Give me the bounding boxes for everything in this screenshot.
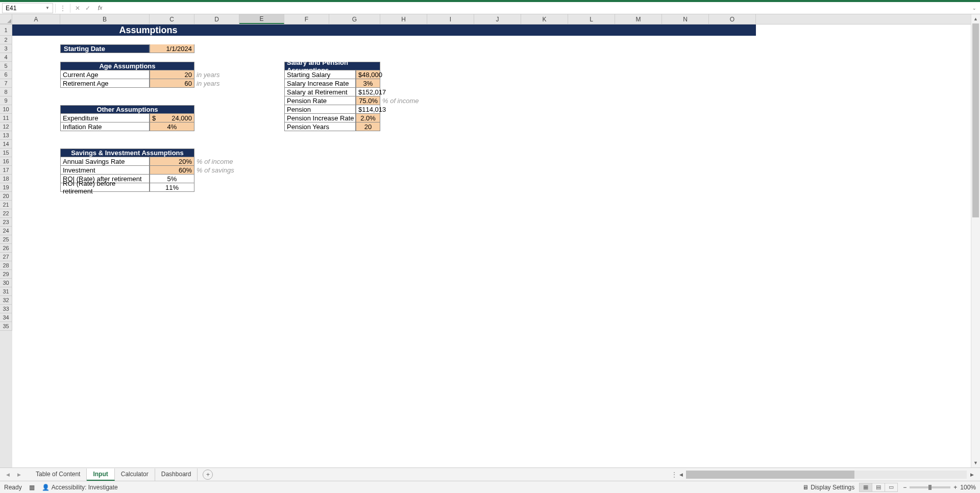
zoom-in-button[interactable]: + <box>953 484 957 491</box>
row-header[interactable]: 26 <box>0 244 12 253</box>
dots-icon[interactable]: ⋮ <box>59 4 67 12</box>
salary-value[interactable]: 20 <box>356 122 380 131</box>
select-all-corner[interactable] <box>0 14 12 24</box>
display-settings-button[interactable]: 🖥 Display Settings <box>802 484 854 491</box>
macro-icon[interactable]: ▦ <box>29 484 35 491</box>
row-header[interactable]: 17 <box>0 166 12 175</box>
savings-value[interactable]: 5% <box>150 175 194 183</box>
cancel-icon[interactable]: ✕ <box>74 4 82 12</box>
sheet-tab[interactable]: Dashboard <box>155 469 198 481</box>
col-header[interactable]: H <box>380 14 427 24</box>
zoom-level[interactable]: 100% <box>960 484 976 491</box>
row-header[interactable]: 34 <box>0 313 12 322</box>
row-header[interactable]: 16 <box>0 157 12 166</box>
age-value[interactable]: 60 <box>150 79 194 88</box>
row-header[interactable]: 28 <box>0 261 12 270</box>
row-header[interactable]: 27 <box>0 253 12 261</box>
row-header[interactable]: 24 <box>0 227 12 235</box>
expand-formula-icon[interactable]: ⌄ <box>971 3 978 13</box>
savings-value[interactable]: 20% <box>150 157 194 166</box>
salary-value[interactable]: 2.0% <box>356 114 380 122</box>
starting-date-value[interactable]: 1/1/2024 <box>150 44 194 53</box>
row-header[interactable]: 4 <box>0 53 12 62</box>
col-header[interactable]: J <box>474 14 521 24</box>
col-header[interactable]: I <box>427 14 474 24</box>
dropdown-icon[interactable]: ▼ <box>45 6 50 10</box>
row-header[interactable]: 9 <box>0 96 12 105</box>
row-header[interactable]: 18 <box>0 175 12 183</box>
col-header[interactable]: A <box>12 14 60 24</box>
col-header[interactable]: F <box>284 14 329 24</box>
row-header[interactable]: 7 <box>0 79 12 88</box>
row-header[interactable]: 11 <box>0 114 12 122</box>
split-handle[interactable]: ⋮ <box>673 471 676 479</box>
row-header[interactable]: 12 <box>0 122 12 131</box>
hscroll-right-icon[interactable]: ▶ <box>968 471 976 479</box>
col-header[interactable]: N <box>662 14 709 24</box>
row-header[interactable]: 22 <box>0 209 12 218</box>
row-header[interactable]: 20 <box>0 192 12 201</box>
zoom-slider[interactable] <box>910 486 950 488</box>
zoom-out-button[interactable]: − <box>903 484 906 491</box>
other-value[interactable]: $24,000 <box>150 114 194 122</box>
row-header[interactable]: 3 <box>0 44 12 53</box>
vertical-scrollbar[interactable]: ▲ ▼ <box>971 14 980 467</box>
fx-icon[interactable]: fx <box>95 4 105 12</box>
tab-prev-icon[interactable]: ◀ <box>3 470 12 479</box>
savings-value[interactable]: 60% <box>150 166 194 175</box>
row-header[interactable]: 35 <box>0 322 12 331</box>
page-layout-button[interactable]: ▤ <box>872 483 885 492</box>
col-header[interactable]: L <box>568 14 615 24</box>
salary-value[interactable]: $152,017 <box>356 88 380 96</box>
sheet-tab[interactable]: Calculator <box>115 469 155 481</box>
salary-value[interactable]: 3% <box>356 79 380 88</box>
row-header[interactable]: 30 <box>0 279 12 287</box>
row-header[interactable]: 14 <box>0 140 12 149</box>
row-header[interactable]: 23 <box>0 218 12 227</box>
row-header[interactable]: 15 <box>0 149 12 157</box>
row-header[interactable]: 2 <box>0 36 12 44</box>
row-header[interactable]: 10 <box>0 105 12 114</box>
row-header[interactable]: 6 <box>0 70 12 79</box>
formula-input[interactable] <box>107 3 971 13</box>
row-header[interactable]: 25 <box>0 235 12 244</box>
row-header[interactable]: 21 <box>0 201 12 209</box>
accessibility-button[interactable]: 👤 Accessibility: Investigate <box>42 484 118 491</box>
add-sheet-button[interactable]: + <box>203 470 213 480</box>
hscroll-left-icon[interactable]: ◀ <box>677 471 685 479</box>
normal-view-button[interactable]: ▦ <box>859 483 872 492</box>
scroll-down-icon[interactable]: ▼ <box>971 458 980 467</box>
sheet-tab[interactable]: Input <box>87 469 114 481</box>
row-header[interactable]: 31 <box>0 287 12 296</box>
col-header[interactable]: D <box>194 14 239 24</box>
savings-value[interactable]: 11% <box>150 183 194 192</box>
row-header[interactable]: 32 <box>0 296 12 305</box>
col-header[interactable]: E <box>239 14 284 24</box>
row-header[interactable]: 13 <box>0 131 12 140</box>
page-break-button[interactable]: ▭ <box>885 483 898 492</box>
col-header[interactable]: G <box>329 14 380 24</box>
other-value[interactable]: 4% <box>150 122 194 131</box>
enter-icon[interactable]: ✓ <box>84 4 92 12</box>
salary-value[interactable]: $48,000 <box>356 70 380 79</box>
col-header[interactable]: B <box>60 14 150 24</box>
col-header[interactable]: O <box>709 14 756 24</box>
salary-value[interactable]: $114,013 <box>356 105 380 114</box>
tab-next-icon[interactable]: ▶ <box>14 470 23 479</box>
col-header[interactable]: C <box>150 14 194 24</box>
row-header[interactable]: 29 <box>0 270 12 279</box>
horizontal-scrollbar[interactable] <box>686 471 967 479</box>
scroll-up-icon[interactable]: ▲ <box>971 14 980 23</box>
col-header[interactable]: M <box>615 14 662 24</box>
row-header[interactable]: 33 <box>0 305 12 313</box>
age-value[interactable]: 20 <box>150 70 194 79</box>
row-header[interactable]: 5 <box>0 62 12 70</box>
col-header[interactable]: K <box>521 14 568 24</box>
row-header[interactable]: 8 <box>0 88 12 96</box>
name-box[interactable]: E41 ▼ <box>2 3 53 13</box>
cells-area[interactable]: AssumptionsStarting Date1/1/2024Age Assu… <box>12 24 971 467</box>
row-header[interactable]: 1 <box>0 24 12 36</box>
sheet-tab[interactable]: Table of Content <box>30 469 87 481</box>
row-header[interactable]: 19 <box>0 183 12 192</box>
salary-value[interactable]: 75.0% <box>356 96 380 105</box>
